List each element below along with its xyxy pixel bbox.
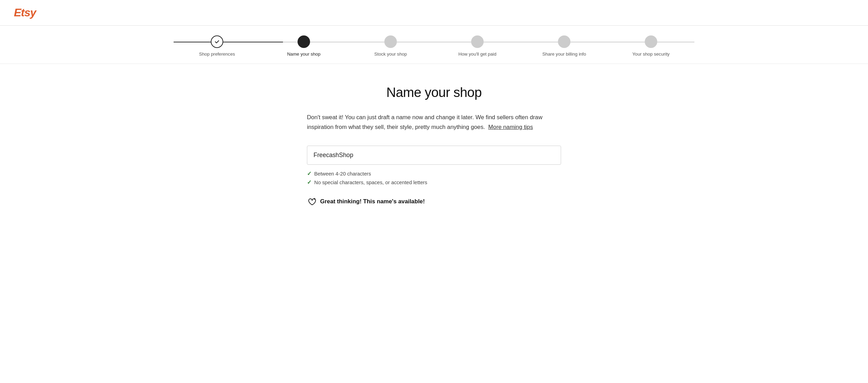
step-name-your-shop[interactable]: Name your shop	[260, 35, 347, 57]
validation-text-1: Between 4-20 characters	[314, 171, 371, 177]
step-label-3: Stock your shop	[374, 51, 407, 57]
validation-list: ✓ Between 4-20 characters ✓ No special c…	[307, 170, 561, 186]
step-stock-your-shop[interactable]: Stock your shop	[347, 35, 434, 57]
check-icon-1: ✓	[307, 170, 311, 177]
naming-tips-link[interactable]: More naming tips	[488, 124, 533, 130]
step-shop-preferences[interactable]: Shop preferences	[174, 35, 260, 57]
check-circle-icon	[214, 39, 220, 44]
check-icon-2: ✓	[307, 179, 311, 186]
header: Etsy	[0, 0, 868, 26]
step-label-5: Share your billing info	[542, 51, 586, 57]
step-circle-5	[558, 35, 570, 48]
step-label-2: Name your shop	[287, 51, 320, 57]
step-circle-2	[298, 35, 310, 48]
step-circle-3	[384, 35, 397, 48]
stepper: Shop preferences Name your shop Stock yo…	[174, 35, 694, 57]
validation-char-count: ✓ Between 4-20 characters	[307, 170, 561, 177]
step-share-billing[interactable]: Share your billing info	[521, 35, 608, 57]
step-circle-1	[211, 35, 223, 48]
step-shop-security[interactable]: Your shop security	[608, 35, 694, 57]
step-circle-6	[645, 35, 657, 48]
step-label-1: Shop preferences	[199, 51, 235, 57]
stepper-nav: Shop preferences Name your shop Stock yo…	[0, 26, 868, 64]
step-label-6: Your shop security	[632, 51, 669, 57]
heart-sparkle-icon	[307, 197, 317, 206]
shop-name-input[interactable]	[307, 146, 561, 165]
main-content: Name your shop Don't sweat it! You can j…	[299, 64, 569, 234]
step-how-youll-get-paid[interactable]: How you'll get paid	[434, 35, 521, 57]
description: Don't sweat it! You can just draft a nam…	[307, 113, 561, 132]
validation-text-2: No special characters, spaces, or accent…	[314, 180, 427, 185]
available-banner: Great thinking! This name's available!	[307, 197, 561, 206]
step-circle-4	[471, 35, 484, 48]
validation-no-special: ✓ No special characters, spaces, or acce…	[307, 179, 561, 186]
available-text: Great thinking! This name's available!	[320, 198, 425, 205]
step-label-4: How you'll get paid	[458, 51, 496, 57]
etsy-logo: Etsy	[14, 6, 854, 19]
page-title: Name your shop	[307, 85, 561, 100]
